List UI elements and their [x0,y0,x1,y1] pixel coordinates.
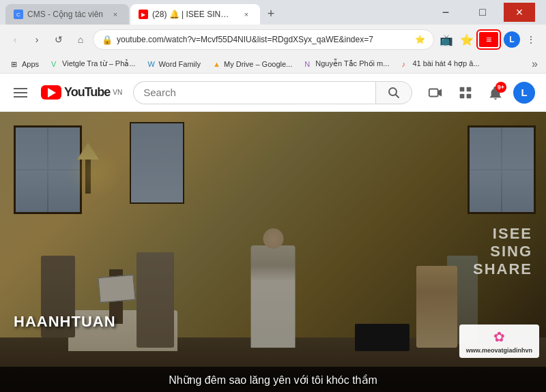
bookmark-41-label: 41 bài hát 4 hợp â... [412,59,479,68]
home-button[interactable]: ⌂ [71,30,90,49]
video-scene: HAANHTUAN ISEE SING SHARE Những đêm sao … [0,112,546,392]
show-title-line3: SHARE [473,261,532,279]
bookmarks-bar: ⊞ Apps V Vietgle Tra từ – Phả... W Word … [0,55,546,74]
new-tab-button[interactable]: + [261,4,281,23]
video-content-area[interactable]: HAANHTUAN ISEE SING SHARE Những đêm sao … [0,112,546,392]
bookmark-apps[interactable]: ⊞ Apps [5,58,44,70]
bookmark-vietgle-label: Vietgle Tra từ – Phả... [62,59,135,68]
tab-favicon-yt: ▶ [139,10,148,19]
watermark-flower-icon: ✿ [493,329,505,345]
back-button[interactable]: ‹ [5,30,25,49]
show-title-line1: ISEE [473,225,532,243]
menu-line-3 [14,96,27,97]
svg-rect-4 [460,87,465,91]
notification-badge: 9+ [495,82,506,93]
bookmark-drive[interactable]: ▲ My Drive – Google... [207,58,298,70]
minimize-button[interactable]: − [430,3,461,22]
close-button[interactable]: × [504,3,535,22]
yt-menu-button[interactable] [11,85,30,100]
tab-cms[interactable]: C CMS - Cộng tác viên × [5,4,129,25]
address-actions: 📺 ⭐ ≡ L ⋮ [437,30,541,49]
41-favicon-icon: ♪ [401,60,410,68]
subtitle-bar: Những đêm sao lăng yên với tôi khóc thầm [0,367,546,392]
bookmark-button[interactable]: ⭐ [457,30,476,49]
bookmarks-more-button[interactable]: » [529,58,541,70]
video-player[interactable]: HAANHTUAN ISEE SING SHARE Những đêm sao … [0,112,546,392]
performer-name-overlay: HAANHTUAN [14,313,116,331]
tab-label-cms: CMS - Cộng tác viên [27,10,103,19]
svg-rect-6 [460,93,465,98]
grid-icon [459,86,472,100]
bookmark-apps-label: Apps [22,60,39,68]
subtitle-text: Những đêm sao lăng yên với tôi khóc thầm [0,374,546,387]
profile-icon[interactable]: L [504,31,520,48]
tab-bar: C CMS - Cộng tác viên × ▶ (28) 🔔 | ISEE … [0,0,546,25]
youtube-country-code: VN [113,89,122,96]
bookmark-nguyen-label: Nguyễn Tắc Phối m... [315,59,389,68]
url-bar[interactable]: 🔒 youtube.com/watch?v=Mcvf55D4NIU&list=R… [93,29,434,50]
word-favicon-icon: W [147,60,156,68]
apps-favicon-icon: ⊞ [11,60,19,68]
notifications-button[interactable]: 9+ [483,80,508,105]
bookmark-word[interactable]: W Word Family [142,58,206,70]
address-bar: ‹ › ↺ ⌂ 🔒 youtube.com/watch?v=Mcvf55D4NI… [0,25,546,55]
youtube-page: YouTubeVN [0,74,546,392]
search-icon [388,87,400,99]
nguyen-favicon-icon: N [304,60,313,68]
camera-icon [428,85,443,100]
bookmark-41[interactable]: ♪ 41 bài hát 4 hợp â... [396,57,485,70]
create-video-button[interactable] [423,80,448,105]
bookmark-vietgle[interactable]: V Vietgle Tra từ – Phả... [46,57,141,70]
search-container [133,81,412,104]
svg-rect-2 [429,89,438,96]
apps-grid-button[interactable] [453,80,478,105]
svg-line-1 [396,94,399,97]
browser-window: C CMS - Cộng tác viên × ▶ (28) 🔔 | ISEE … [0,0,546,392]
vietgle-favicon-icon: V [51,60,59,68]
tab-close-cms[interactable]: × [110,9,121,20]
youtube-logo-text: YouTube [64,85,110,100]
drive-favicon-icon: ▲ [213,60,221,68]
tab-close-yt[interactable]: × [241,9,252,20]
youtube-logo[interactable]: YouTubeVN [41,85,122,100]
menu-line-2 [14,92,27,93]
youtube-logo-icon [41,85,61,100]
user-avatar[interactable]: L [513,82,535,104]
refresh-button[interactable]: ↺ [49,30,68,49]
tab-youtube[interactable]: ▶ (28) 🔔 | ISEE SING SHARE × [130,4,260,25]
menu-line-1 [14,88,27,89]
forward-button[interactable]: › [27,30,46,49]
search-button[interactable] [375,81,412,104]
yt-header: YouTubeVN [0,74,546,112]
youtube-play-triangle [48,88,56,97]
url-text: youtube.com/watch?v=Mcvf55D4NIU&list=RDg… [117,35,411,44]
bookmark-nguyen[interactable]: N Nguyễn Tắc Phối m... [299,57,394,70]
tab-label-yt: (28) 🔔 | ISEE SING SHARE [152,10,234,19]
header-actions: 9+ L [423,80,535,105]
playlist-button[interactable]: ≡ [478,31,500,48]
cast-button[interactable]: 📺 [437,30,456,49]
search-input[interactable] [133,81,375,104]
show-title-overlay: ISEE SING SHARE [473,225,532,279]
bookmark-word-label: Word Family [158,60,201,68]
watermark-url: www.meovatgiadinhvn [466,347,532,354]
watermark: ✿ www.meovatgiadinhvn [459,325,539,358]
window-controls: − □ × [430,3,541,25]
svg-rect-5 [467,87,472,91]
show-title-line2: SING [473,243,532,260]
svg-rect-7 [467,93,472,98]
tab-favicon-cms: C [14,10,23,19]
extensions-button[interactable]: ⋮ [521,30,541,49]
bookmark-drive-label: My Drive – Google... [224,60,292,68]
maximize-button[interactable]: □ [467,3,498,22]
